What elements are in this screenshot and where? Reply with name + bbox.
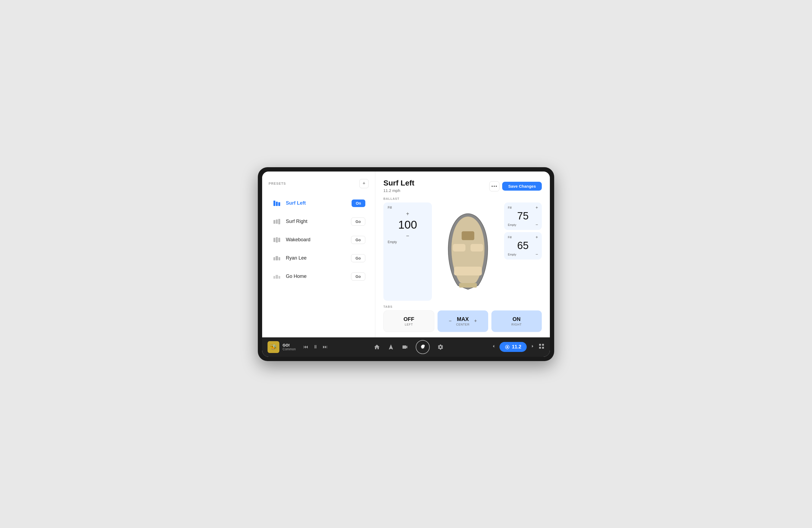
- preset-name-go-home: Go Home: [286, 274, 351, 279]
- preset-badge-ryan-lee: Go: [351, 254, 365, 262]
- svg-rect-4: [276, 220, 278, 224]
- ballast-bottom-right-plus-button[interactable]: +: [536, 235, 538, 240]
- ballast-bottom-right-value: 65: [508, 240, 538, 252]
- svg-rect-17: [470, 244, 483, 252]
- preset-item-surf-right[interactable]: Surf Right Go: [269, 213, 368, 230]
- more-options-button[interactable]: •••: [489, 181, 499, 192]
- speed-badge: 11.2: [499, 342, 527, 352]
- svg-rect-13: [276, 275, 278, 279]
- preset-item-go-home[interactable]: Go Home Go: [269, 268, 368, 285]
- detail-speed: 11.2 mph: [383, 188, 414, 193]
- speed-display: 11.2: [512, 344, 521, 350]
- bottom-nav: 🐝 GO! Common ⏮ ⏸ ⏭: [262, 337, 550, 357]
- preset-item-wakeboard[interactable]: Wakeboard Go: [269, 231, 368, 248]
- ballast-top-right-fill-label: Fill: [508, 206, 512, 209]
- svg-rect-0: [273, 200, 275, 206]
- surf-nav-button[interactable]: [416, 340, 430, 354]
- svg-rect-23: [542, 344, 544, 346]
- preset-name-surf-right: Surf Right: [286, 218, 351, 224]
- ballast-left-minus-button[interactable]: −: [404, 232, 411, 240]
- ballast-top-right-minus-button[interactable]: −: [536, 222, 538, 227]
- device-frame: PRESETS + Surf Left: [258, 167, 554, 361]
- home-nav-button[interactable]: [374, 344, 380, 350]
- tab-card-right[interactable]: ON RIGHT: [491, 311, 542, 332]
- ballast-left-plus-button[interactable]: +: [404, 210, 411, 217]
- ballast-top-right-plus-button[interactable]: +: [536, 205, 538, 210]
- save-changes-button[interactable]: Save Changes: [502, 182, 542, 191]
- now-playing-subtitle: Common: [282, 347, 296, 351]
- ballast-left-fill-label: Fill: [388, 206, 392, 210]
- tabs-label: TABS: [383, 305, 542, 308]
- nav-prev-button[interactable]: [491, 344, 496, 350]
- preset-badge-wakeboard: Go: [351, 236, 365, 244]
- add-preset-button[interactable]: +: [359, 179, 368, 188]
- svg-rect-3: [273, 220, 275, 224]
- presets-header: PRESETS +: [269, 179, 368, 188]
- ballast-bottom-right-empty-row: Empty −: [508, 252, 538, 257]
- preset-icon-surf-left: [272, 198, 281, 208]
- svg-rect-15: [462, 231, 475, 240]
- svg-rect-5: [278, 219, 280, 224]
- tabs-section: TABS OFF LEFT −: [383, 305, 542, 332]
- header-actions: ••• Save Changes: [489, 181, 542, 192]
- camera-nav-button[interactable]: [402, 344, 408, 350]
- right-panel: Surf Left 11.2 mph ••• Save Changes BALL…: [375, 171, 550, 337]
- svg-rect-1: [276, 202, 278, 206]
- tab-card-center[interactable]: − MAX CENTER +: [437, 311, 488, 332]
- tab-right-label: RIGHT: [511, 323, 522, 326]
- tab-left-value: OFF: [404, 316, 414, 322]
- preset-item-ryan-lee[interactable]: Ryan Lee Go: [269, 250, 368, 267]
- svg-rect-2: [278, 202, 280, 206]
- svg-rect-11: [278, 257, 280, 260]
- ballast-area: Fill + 100 − Empty: [383, 202, 542, 301]
- tab-card-left[interactable]: OFF LEFT: [383, 311, 434, 332]
- ballast-bottom-right-fill-row: Fill +: [508, 235, 538, 240]
- ballast-card-top-right: Fill + 75 Empty −: [504, 202, 542, 230]
- nav-next-button[interactable]: [530, 344, 535, 350]
- tab-center-minus-button[interactable]: −: [447, 318, 453, 324]
- svg-rect-6: [273, 238, 275, 242]
- ballast-top-right-empty-label: Empty: [508, 223, 516, 226]
- svg-rect-7: [276, 237, 278, 243]
- now-playing-title: GO!: [282, 343, 296, 347]
- ballast-bottom-right-fill-label: Fill: [508, 236, 512, 239]
- svg-rect-10: [276, 256, 278, 260]
- preset-name-wakeboard: Wakeboard: [286, 237, 351, 243]
- preset-list: Surf Left On Surf Right: [269, 195, 368, 285]
- svg-rect-24: [539, 347, 541, 349]
- preset-badge-surf-right: Go: [351, 217, 365, 226]
- nav-left-section: 🐝 GO! Common ⏮ ⏸ ⏭: [267, 341, 327, 353]
- nav-center-section: [327, 340, 491, 354]
- svg-rect-25: [542, 347, 544, 349]
- preset-icon-wakeboard: [272, 235, 281, 245]
- tab-center-label: CENTER: [456, 323, 469, 326]
- title-section: Surf Left 11.2 mph: [383, 179, 414, 193]
- tab-center-plus-button[interactable]: +: [472, 318, 479, 324]
- main-content: PRESETS + Surf Left: [262, 171, 550, 337]
- detail-title: Surf Left: [383, 179, 414, 187]
- pause-button[interactable]: ⏸: [313, 344, 318, 350]
- preset-item-surf-left[interactable]: Surf Left On: [269, 195, 368, 212]
- ballast-bottom-right-minus-button[interactable]: −: [536, 252, 538, 257]
- ballast-card-bottom-right: Fill + 65 Empty −: [504, 232, 542, 259]
- svg-rect-19: [459, 283, 477, 288]
- svg-rect-12: [273, 276, 275, 279]
- preset-badge-surf-left: On: [351, 199, 365, 207]
- svg-point-21: [507, 346, 508, 348]
- preset-icon-go-home: [272, 272, 281, 281]
- navigation-nav-button[interactable]: [388, 344, 394, 350]
- tab-center-value: MAX: [457, 316, 469, 322]
- prev-track-button[interactable]: ⏮: [303, 344, 308, 350]
- ballast-left-value: 100: [398, 219, 417, 230]
- svg-rect-22: [539, 344, 541, 346]
- settings-nav-button[interactable]: [437, 344, 444, 350]
- ballast-bottom-right-empty-label: Empty: [508, 253, 516, 256]
- right-header: Surf Left 11.2 mph ••• Save Changes: [383, 179, 542, 193]
- svg-rect-8: [278, 238, 280, 242]
- grid-menu-button[interactable]: [539, 343, 545, 351]
- left-ballast-column: Fill + 100 − Empty: [383, 202, 432, 301]
- preset-icon-surf-right: [272, 217, 281, 226]
- ballast-top-right-fill-row: Fill +: [508, 205, 538, 210]
- tab-center-row: − MAX CENTER +: [447, 316, 479, 326]
- svg-rect-9: [273, 257, 275, 260]
